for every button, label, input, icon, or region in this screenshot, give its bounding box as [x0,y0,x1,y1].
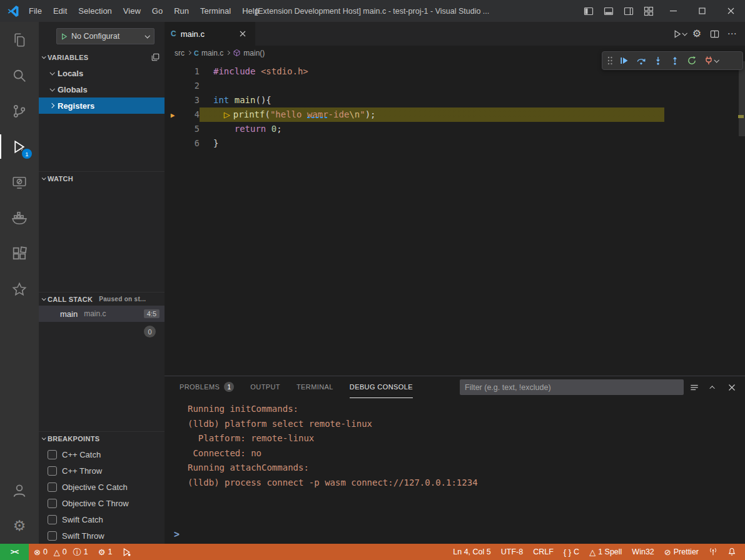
breakpoint-item-swift-throw[interactable]: Swift Throw [39,528,165,544]
favorites-star-icon[interactable] [0,271,39,307]
restart-button[interactable] [683,52,700,69]
account-icon[interactable] [0,472,39,508]
menu-view[interactable]: View [118,0,146,22]
tab-main-c[interactable]: C main.c [165,22,256,46]
panel-tab-terminal[interactable]: TERMINAL [296,376,333,398]
panel-tab-output[interactable]: OUTPUT [250,376,280,398]
launch-configuration-dropdown[interactable]: No Configurat [56,28,155,44]
glyph-margin[interactable] [165,79,181,93]
code-line-3[interactable]: 3int main(){ [165,93,745,108]
breakpoint-checkbox[interactable] [48,466,57,476]
code-line-5[interactable]: 5 return 0; [165,122,745,136]
minimize-button[interactable] [659,0,687,22]
toggle-sidebar-icon[interactable] [579,0,599,22]
continue-button[interactable] [616,52,632,69]
breakpoint-item-objective-c-throw[interactable]: Objective C Throw [39,495,165,511]
status-label: Ln 4, Col 5 [453,548,490,556]
step-into-button[interactable] [649,52,666,69]
breadcrumb-folder[interactable]: src [175,49,185,58]
glyph-margin[interactable] [165,136,181,151]
problems-status[interactable]: ⊗ 0 △ 0 ⓘ 1 [29,544,93,560]
status-encoding[interactable]: UTF-8 [496,544,528,560]
code-line-2[interactable]: 2 [165,79,745,93]
status-platform[interactable]: Win32 [627,544,659,560]
breakpoint-checkbox[interactable] [48,499,57,508]
status-prettier[interactable]: ⊘Prettier [659,544,704,560]
customize-layout-icon[interactable] [639,0,659,22]
breakpoint-checkbox[interactable] [48,531,57,541]
remote-explorer-icon[interactable] [0,164,39,200]
editor-settings-gear-icon[interactable]: ⚙ [689,26,705,42]
breadcrumb-symbol[interactable]: main() [233,49,265,58]
run-and-debug-icon[interactable]: 1 [0,129,39,164]
inline-breakpoint-icon[interactable]: ▷ [224,110,230,119]
menu-selection[interactable]: Selection [73,0,117,22]
line-number: 4 [181,108,200,122]
section-action-icon[interactable] [151,53,160,61]
maximize-panel-icon[interactable] [705,379,721,396]
settings-gear-icon[interactable]: ⚙ [0,508,39,544]
notifications-bell[interactable] [722,544,741,560]
docker-icon[interactable] [0,200,39,236]
menu-run[interactable]: Run [168,0,195,22]
close-window-button[interactable] [716,0,745,22]
menu-terminal[interactable]: Terminal [195,0,236,22]
variables-item-globals[interactable]: Globals [39,81,165,98]
code-line-6[interactable]: 6} [165,136,745,151]
menu-go[interactable]: Go [146,0,168,22]
status-spell-status[interactable]: △1 Spell [584,544,627,560]
panel-tab-debug-console[interactable]: DEBUG CONSOLE [350,376,413,398]
watch-section-header[interactable]: WATCH [39,171,165,185]
status-language-mode[interactable]: { }C [559,544,584,560]
step-out-button[interactable] [666,52,683,69]
breakpoint-item-c-catch[interactable]: C++ Catch [39,446,165,462]
breakpoint-item-objective-c-catch[interactable]: Objective C Catch [39,479,165,495]
code-editor[interactable]: 1#include <stdio.h>23int main(){▶4 ▷prin… [165,60,745,151]
explorer-icon[interactable] [0,22,39,58]
console-filter-input[interactable] [460,379,684,395]
glyph-margin[interactable] [165,64,181,79]
close-tab-icon[interactable] [236,28,249,40]
breadcrumb-file[interactable]: C main.c [194,49,223,58]
variables-item-locals[interactable]: Locals [39,65,165,81]
breakpoint-checkbox[interactable] [48,482,57,492]
more-actions-icon[interactable]: ⋯ [724,26,740,42]
status-tools[interactable]: ⚙ 1 [93,544,118,560]
breakpoints-section-header[interactable]: BREAKPOINTS [39,431,165,445]
editor-scrollbar[interactable] [739,61,745,136]
menu-edit[interactable]: Edit [48,0,73,22]
status-eol[interactable]: CRLF [528,544,559,560]
glyph-margin[interactable]: ▶ [165,108,181,122]
breakpoint-checkbox[interactable] [48,515,57,524]
glyph-margin[interactable] [165,122,181,136]
breakpoint-checkbox[interactable] [48,450,57,459]
remote-indicator-button[interactable]: >< [0,544,29,560]
status-broadcast[interactable] [704,544,722,560]
split-editor-icon[interactable] [706,26,722,42]
call-stack-section-header[interactable]: CALL STACK Paused on st... [39,292,165,306]
debug-console-output[interactable]: Running initCommands:(lldb) platform sel… [165,398,745,544]
search-icon[interactable] [0,58,39,93]
run-or-debug-button[interactable] [671,26,687,42]
toolbar-drag-handle[interactable] [604,55,616,66]
glyph-margin[interactable] [165,93,181,108]
breakpoint-item-swift-catch[interactable]: Swift Catch [39,511,165,528]
toggle-panel-icon[interactable] [599,0,619,22]
code-line-4[interactable]: ▶4 ▷printf("hello wamr-ide\n"); [165,108,745,122]
toggle-secondary-sidebar-icon[interactable] [619,0,639,22]
extensions-icon[interactable] [0,236,39,271]
panel-lines-icon[interactable] [686,379,702,396]
console-prompt[interactable]: > [174,529,180,540]
close-panel-icon[interactable] [724,379,740,396]
maximize-button[interactable] [687,0,716,22]
status-cursor-position[interactable]: Ln 4, Col 5 [448,544,495,560]
source-control-icon[interactable] [0,93,39,129]
step-over-button[interactable] [632,52,649,69]
variables-item-registers[interactable]: Registers [39,98,165,114]
breakpoint-item-c-throw[interactable]: C++ Throw [39,462,165,479]
stack-frame-row[interactable]: main main.c 4:5 [39,306,165,322]
status-debug-launch[interactable] [117,544,136,560]
panel-tab-problems[interactable]: PROBLEMS1 [180,376,234,398]
variables-section-header[interactable]: VARIABLES [39,50,165,64]
menu-file[interactable]: File [23,0,48,22]
